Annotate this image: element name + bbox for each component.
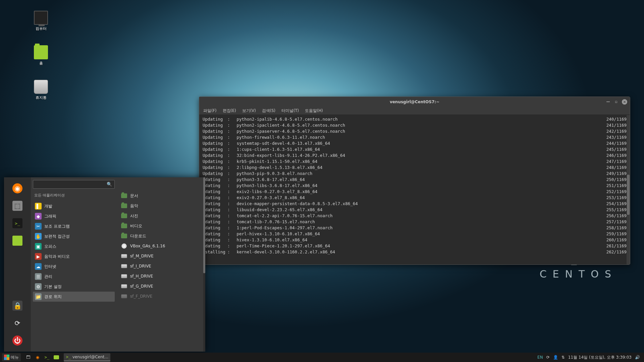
place-item[interactable]: sf_I_DRIVE bbox=[119, 261, 203, 271]
task-terminal[interactable]: >_ venusgirl@Cent… bbox=[64, 353, 110, 361]
terminal-menu-item[interactable]: 도움말(H) bbox=[305, 108, 323, 113]
launcher-terminal[interactable]: >_ bbox=[42, 353, 52, 361]
place-item[interactable]: 사진 bbox=[119, 211, 203, 221]
favorite-firefox[interactable]: ◉ bbox=[12, 183, 22, 193]
terminal-output-line: odating: python3-libs-3.6.8-17.el7.x86_6… bbox=[203, 183, 627, 189]
places-scroll-thumb[interactable] bbox=[203, 177, 205, 273]
place-item[interactable]: 비디오 bbox=[119, 221, 203, 231]
session-lock-button[interactable]: 🔒 bbox=[12, 301, 22, 311]
desktop-monitor[interactable]: 컴퓨터 bbox=[26, 11, 56, 31]
favorite-files[interactable] bbox=[12, 236, 22, 246]
maximize-button[interactable]: ▫ bbox=[614, 99, 619, 104]
drive-icon bbox=[121, 284, 127, 288]
category-icon: ✋ bbox=[35, 233, 42, 240]
terminal-window: venusgirl@CentOS7:~ — ▫ ✕ 파일(F)편집(E)보기(V… bbox=[199, 97, 630, 265]
favorite-cal[interactable]: ⬚ bbox=[12, 201, 22, 211]
minimize-button[interactable]: — bbox=[606, 99, 610, 104]
place-item[interactable]: 다운로드 bbox=[119, 231, 203, 241]
show-desktop-button[interactable]: 🗔 bbox=[23, 353, 33, 361]
category-icon: ▶ bbox=[35, 253, 42, 260]
folder-icon bbox=[121, 203, 127, 208]
terminal-scroll-thumb[interactable] bbox=[627, 175, 630, 215]
system-tray: EN ⟳ 👤 ⇅ 11월 14일 (토요일), 오후 3:39:03 🔊 bbox=[535, 355, 642, 360]
tray-clock[interactable]: 11월 14일 (토요일), 오후 3:39:03 bbox=[568, 355, 632, 360]
category-icon: ⚙ bbox=[35, 283, 42, 290]
category-item[interactable]: ☁ 인터넷 bbox=[33, 261, 115, 272]
desktop-folder[interactable]: 홈 bbox=[26, 45, 56, 66]
desktop-trash[interactable]: 휴지통 bbox=[26, 80, 56, 100]
places-scrollbar[interactable] bbox=[203, 177, 205, 352]
terminal-output-line: Updating: 32:bind-export-libs-9.11.4-26.… bbox=[203, 153, 627, 159]
category-item[interactable]: ☰ 관리 bbox=[33, 272, 115, 282]
place-item[interactable]: 음악 bbox=[119, 201, 203, 211]
terminal-body[interactable]: Updating: python2-ipalib-4.6.8-5.el7.cen… bbox=[199, 115, 630, 264]
terminal-scrollbar[interactable] bbox=[627, 115, 630, 264]
menu-search-input[interactable] bbox=[33, 180, 115, 189]
terminal-output-line: odating: exiv2-libs-0.27.0-3.el7_8.x86_6… bbox=[203, 189, 627, 195]
trash-icon bbox=[34, 80, 48, 94]
launcher-firefox[interactable]: ◉ bbox=[33, 353, 42, 361]
tray-updates-icon[interactable]: ⟳ bbox=[546, 355, 550, 360]
desktop-icon-label: 휴지통 bbox=[26, 95, 56, 100]
desktop-icon-label: 홈 bbox=[26, 61, 56, 66]
terminal-menu-item[interactable]: 검색(S) bbox=[262, 108, 275, 113]
place-item[interactable]: sf_G_DRIVE bbox=[119, 281, 203, 291]
category-item[interactable]: ▌ 개발 bbox=[33, 201, 115, 211]
brand-name: CENTOS bbox=[540, 268, 617, 280]
close-button[interactable]: ✕ bbox=[622, 99, 627, 105]
place-label: sf_H_DRIVE bbox=[130, 274, 153, 279]
launcher-files[interactable] bbox=[52, 353, 61, 361]
category-label: 경로 위치 bbox=[44, 294, 62, 300]
session-logout-button[interactable]: ⟳ bbox=[12, 318, 22, 328]
favorite-termico[interactable]: >_ bbox=[12, 218, 22, 228]
category-icon: ☁ bbox=[35, 263, 42, 270]
category-icon: ▣ bbox=[35, 243, 42, 250]
tray-user-icon[interactable]: 👤 bbox=[553, 355, 558, 360]
folder-icon bbox=[121, 224, 127, 228]
terminal-titlebar[interactable]: venusgirl@CentOS7:~ — ▫ ✕ bbox=[199, 97, 630, 107]
terminal-menu-item[interactable]: 편집(E) bbox=[223, 108, 236, 113]
folder-icon bbox=[121, 214, 127, 218]
place-item[interactable]: 문서 bbox=[119, 191, 203, 201]
terminal-output-line: Updating: systemtap-sdt-devel-4.0-13.el7… bbox=[203, 140, 627, 146]
terminal-menu-item[interactable]: 파일(F) bbox=[203, 108, 217, 113]
place-item[interactable]: sf_M_DRIVE bbox=[119, 251, 203, 261]
folder-icon bbox=[121, 234, 127, 238]
drive-icon bbox=[121, 254, 127, 258]
start-menu-button[interactable]: 메뉴 bbox=[2, 353, 21, 361]
taskbar: 메뉴 🗔 ◉ >_ >_ venusgirl@Cent… EN ⟳ 👤 ⇅ 11… bbox=[0, 353, 644, 362]
place-item[interactable]: sf_F_DRIVE bbox=[119, 291, 203, 301]
category-item[interactable]: ✋ 보편적 접근성 bbox=[33, 231, 115, 241]
apps-header: 모든 애플리케이션 bbox=[33, 191, 115, 201]
terminal-output-line: Updating: python2-ipalib-4.6.8-5.el7.cen… bbox=[203, 116, 627, 122]
tray-volume-icon[interactable]: 🔊 bbox=[635, 355, 640, 360]
place-label: sf_I_DRIVE bbox=[130, 264, 151, 268]
terminal-output-line: odating: tomcat-lib-7.0.76-15.el7.noarch… bbox=[203, 219, 627, 225]
category-item[interactable]: ▣ 오피스 bbox=[33, 241, 115, 251]
category-item[interactable]: ▶ 음악과 비디오 bbox=[33, 251, 115, 261]
place-label: sf_F_DRIVE bbox=[130, 294, 152, 299]
category-item[interactable]: ⚙ 기본 설정 bbox=[33, 282, 115, 292]
place-item[interactable]: sf_H_DRIVE bbox=[119, 271, 203, 281]
category-label: 오피스 bbox=[44, 244, 56, 249]
session-power-button[interactable]: ⏻ bbox=[12, 336, 22, 346]
category-item[interactable]: ◆ 그래픽 bbox=[33, 211, 115, 221]
desktop-icon: 🗔 bbox=[25, 355, 31, 360]
tray-network-icon[interactable]: ⇅ bbox=[561, 355, 565, 360]
category-item[interactable]: 📁 경로 위치 bbox=[33, 292, 115, 302]
terminal-output-line: Updating: krb5-pkinit-1.15.1-50.el7.x86_… bbox=[203, 159, 627, 165]
place-label: sf_M_DRIVE bbox=[130, 254, 154, 258]
terminal-output-line: odating: perl-Time-Piece-1.20.1-297.el7.… bbox=[203, 243, 627, 249]
category-item[interactable]: ✂ 보조 프로그램 bbox=[33, 221, 115, 231]
terminal-output-line: Updating: python3-pip-9.0.3-8.el7.noarch… bbox=[203, 171, 627, 177]
terminal-output-line: Updating: python2-ipaserver-4.6.8-5.el7.… bbox=[203, 128, 627, 134]
tray-lang[interactable]: EN bbox=[537, 355, 543, 360]
terminal-output-line: Updating: python2-ipaclient-4.6.8-5.el7.… bbox=[203, 122, 627, 128]
terminal-menu-item[interactable]: 터미널(T) bbox=[281, 108, 299, 113]
apps-column: 🔍 모든 애플리케이션 ▌ 개발◆ 그래픽✂ 보조 프로그램✋ 보편적 접근성▣… bbox=[31, 177, 117, 352]
drive-icon bbox=[121, 264, 127, 268]
terminal-menu-item[interactable]: 보기(V) bbox=[242, 108, 256, 113]
terminal-output-line: odating: python3-3.6.8-17.el7.x86_64250/… bbox=[203, 177, 627, 183]
place-item[interactable]: VBox_GAs_6.1.16 bbox=[119, 241, 203, 251]
place-label: 음악 bbox=[130, 203, 138, 209]
